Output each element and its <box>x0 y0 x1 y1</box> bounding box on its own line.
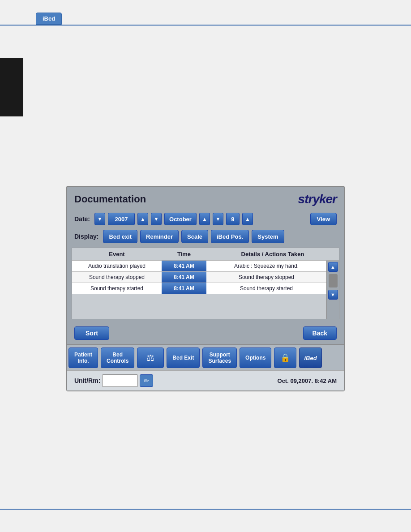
month-display: October <box>164 213 197 225</box>
unit-input-area: Unit/Rm: ✏ <box>74 374 153 387</box>
table-header: Event Time Details / Actions Taken <box>72 248 339 261</box>
day-up-btn[interactable]: ▲ <box>242 213 253 225</box>
year-up-btn[interactable]: ▲ <box>137 213 148 225</box>
back-btn[interactable]: Back <box>303 326 337 340</box>
table-row: Audio translation played 8:41 AM Arabic … <box>72 261 326 272</box>
event-cell-0: Audio translation played <box>72 261 162 271</box>
scroll-up-btn[interactable]: ▲ <box>328 262 338 272</box>
time-cell-0: 8:41 AM <box>162 261 206 271</box>
time-cell-2: 8:41 AM <box>162 283 206 294</box>
event-cell-1: Sound therapy stopped <box>72 272 162 283</box>
top-divider <box>0 25 411 26</box>
unit-label: Unit/Rm: <box>74 377 100 384</box>
bed-controls-btn[interactable]: BedControls <box>101 348 134 368</box>
day-down-btn[interactable]: ▼ <box>213 213 223 225</box>
display-ibed-pos-btn[interactable]: iBed Pos. <box>211 230 249 243</box>
table-scroll-wrapper: Audio translation played 8:41 AM Arabic … <box>72 261 339 319</box>
sort-btn[interactable]: Sort <box>74 326 109 340</box>
panel-header: Documentation stryker <box>67 187 344 210</box>
stryker-logo: stryker <box>298 192 337 206</box>
scroll-down-btn[interactable]: ▼ <box>328 290 338 300</box>
table-content: Audio translation played 8:41 AM Arabic … <box>72 261 326 319</box>
display-bed-exit-btn[interactable]: Bed exit <box>103 230 137 243</box>
view-btn[interactable]: View <box>310 213 337 225</box>
year-display: 2007 <box>108 213 135 225</box>
year-down-btn[interactable]: ▼ <box>94 213 105 225</box>
table-area: Event Time Details / Actions Taken Audio… <box>72 248 339 319</box>
table-row: Sound therapy started 8:41 AM Sound ther… <box>72 283 326 294</box>
unit-row: Unit/Rm: ✏ Oct. 09,2007. 8:42 AM <box>67 370 344 390</box>
date-label: Date: <box>74 215 90 223</box>
display-row: Display: Bed exit Reminder Scale iBed Po… <box>67 228 344 245</box>
date-row: Date: ▼ 2007 ▲ ▼ October ▲ ▼ 9 ▲ View <box>67 210 344 228</box>
bottom-page-divider <box>0 509 411 510</box>
bed-exit-btn[interactable]: Bed Exit <box>167 348 200 368</box>
display-label: Display: <box>74 233 98 240</box>
details-cell-2: Sound therapy started <box>206 283 326 294</box>
time-cell-1: 8:41 AM <box>162 272 206 283</box>
action-row: Sort Back <box>67 322 344 344</box>
lock-btn[interactable]: 🔒 <box>274 348 296 368</box>
display-system-btn[interactable]: System <box>252 230 284 243</box>
table-row: Sound therapy stopped 8:41 AM Sound ther… <box>72 272 326 283</box>
custom-scrollbar: ▲ ▼ <box>326 261 339 319</box>
panel-title: Documentation <box>74 193 146 205</box>
edit-icon-btn[interactable]: ✏ <box>140 374 153 387</box>
display-scale-btn[interactable]: Scale <box>181 230 208 243</box>
top-tab[interactable]: iBed <box>36 13 62 25</box>
top-tab-label: iBed <box>43 15 55 22</box>
month-down-btn[interactable]: ▼ <box>151 213 162 225</box>
pencil-icon: ✏ <box>144 377 149 384</box>
main-panel: Documentation stryker Date: ▼ 2007 ▲ ▼ O… <box>66 186 345 391</box>
day-display: 9 <box>226 213 240 225</box>
col-header-time: Time <box>162 248 206 260</box>
details-cell-1: Sound therapy stopped <box>206 272 326 283</box>
event-cell-2: Sound therapy started <box>72 283 162 294</box>
scroll-thumb <box>329 274 338 287</box>
left-sidebar <box>0 58 23 116</box>
col-header-event: Event <box>72 248 162 260</box>
scale-btn[interactable]: ⚖ <box>137 348 164 368</box>
support-surfaces-btn[interactable]: SupportSurfaces <box>202 348 237 368</box>
details-cell-0: Arabic : Squeeze my hand. <box>206 261 326 271</box>
display-reminder-btn[interactable]: Reminder <box>140 230 179 243</box>
month-up-btn[interactable]: ▲ <box>199 213 210 225</box>
col-header-details: Details / Actions Taken <box>206 248 339 260</box>
unit-input[interactable] <box>102 374 138 387</box>
datetime-display: Oct. 09,2007. 8:42 AM <box>278 378 337 384</box>
lock-icon: 🔒 <box>280 353 290 363</box>
options-btn[interactable]: Options <box>240 348 271 368</box>
bottom-nav: PatientInfo. BedControls ⚖ Bed Exit Supp… <box>67 344 344 370</box>
scale-icon: ⚖ <box>146 352 154 363</box>
patient-info-btn[interactable]: PatientInfo. <box>68 348 98 368</box>
ibed-nav-btn[interactable]: iBed <box>299 348 321 368</box>
